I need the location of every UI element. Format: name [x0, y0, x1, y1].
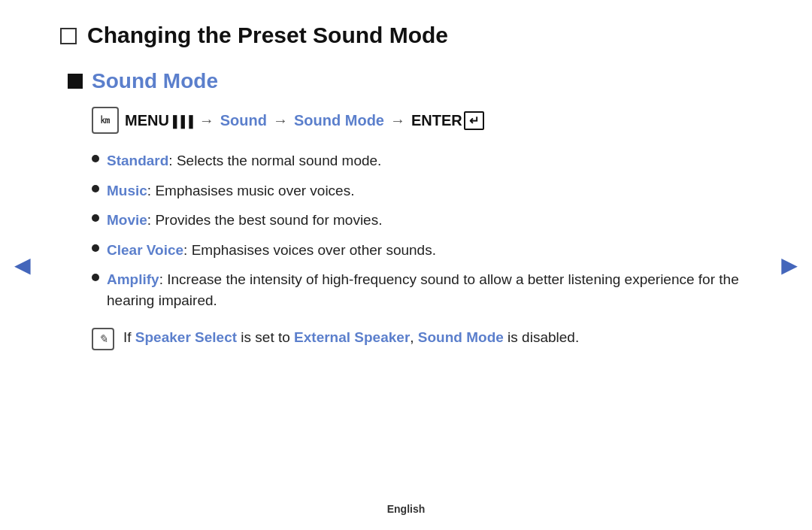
list-item-content: Movie: Provides the best sound for movie… — [107, 210, 382, 231]
desc-standard: : Selects the normal sound mode. — [168, 153, 381, 168]
bullet-dot — [92, 185, 99, 192]
note-middle: is set to — [237, 329, 294, 345]
note-text: If Speaker Select is set to External Spe… — [123, 327, 579, 349]
desc-clear-voice: : Emphasises voices over other sounds. — [183, 242, 436, 258]
nav-arrow-right[interactable]: ► — [776, 250, 803, 281]
section: Sound Mode ㎞ MENU▐▐▐ → Sound → Sound Mod… — [68, 69, 752, 350]
bullet-dot — [92, 274, 99, 281]
note-external-speaker: External Speaker — [294, 329, 410, 345]
term-standard: Standard — [107, 153, 168, 168]
bullet-list: Standard: Selects the normal sound mode.… — [92, 150, 752, 310]
note-icon-box: ✎ — [92, 328, 114, 350]
menu-label: MENU▐▐▐ — [125, 112, 193, 129]
page-container: Changing the Preset Sound Mode Sound Mod… — [0, 0, 812, 373]
menu-path: ㎞ MENU▐▐▐ → Sound → Sound Mode → ENTER↵ — [92, 107, 752, 134]
desc-amplify: : Increase the intensity of high-frequen… — [107, 271, 739, 308]
arrow-2: → — [273, 112, 288, 129]
nav-arrow-left[interactable]: ◄ — [9, 250, 36, 281]
list-item: Music: Emphasises music over voices. — [92, 180, 752, 201]
bullet-dot — [92, 244, 99, 252]
bullet-dot — [92, 214, 99, 222]
desc-movie: : Provides the best sound for movies. — [147, 212, 383, 228]
note-prefix: If — [123, 329, 135, 345]
desc-music: : Emphasises music over voices. — [147, 183, 355, 198]
checkbox-icon — [60, 28, 77, 44]
bullet-dot — [92, 155, 99, 162]
list-item-content: Amplify: Increase the intensity of high-… — [107, 269, 752, 310]
note-sound-mode: Sound Mode — [414, 329, 504, 345]
list-item-content: Standard: Selects the normal sound mode. — [107, 150, 381, 171]
enter-label: ENTER — [411, 112, 462, 129]
note-icon: ✎ — [98, 331, 108, 348]
section-title-row: Sound Mode — [68, 69, 752, 93]
list-item-content: Music: Emphasises music over voices. — [107, 180, 354, 201]
term-movie: Movie — [107, 212, 147, 228]
enter-box: ENTER↵ — [411, 111, 484, 130]
footer-language: English — [387, 503, 426, 515]
page-title: Changing the Preset Sound Mode — [87, 23, 448, 48]
enter-icon: ↵ — [464, 111, 484, 130]
term-amplify: Amplify — [107, 271, 159, 287]
list-item: Clear Voice: Emphasises voices over othe… — [92, 240, 752, 261]
sound-link: Sound — [220, 112, 267, 129]
note-speaker-select: Speaker Select — [135, 329, 237, 345]
main-heading: Changing the Preset Sound Mode — [60, 23, 752, 48]
list-item: Amplify: Increase the intensity of high-… — [92, 269, 752, 310]
menu-icon: ㎞ — [100, 114, 111, 127]
menu-icon-box: ㎞ — [92, 107, 119, 134]
term-clear-voice: Clear Voice — [107, 242, 183, 258]
list-item-content: Clear Voice: Emphasises voices over othe… — [107, 240, 436, 261]
note-row: ✎ If Speaker Select is set to External S… — [92, 327, 752, 350]
sound-mode-link: Sound Mode — [294, 112, 384, 129]
list-item: Standard: Selects the normal sound mode. — [92, 150, 752, 171]
section-title: Sound Mode — [92, 69, 218, 93]
note-suffix: is disabled. — [504, 329, 579, 345]
arrow-3: → — [390, 112, 405, 129]
list-item: Movie: Provides the best sound for movie… — [92, 210, 752, 231]
term-music: Music — [107, 183, 147, 198]
black-square-icon — [68, 74, 83, 89]
arrow-1: → — [199, 112, 214, 129]
